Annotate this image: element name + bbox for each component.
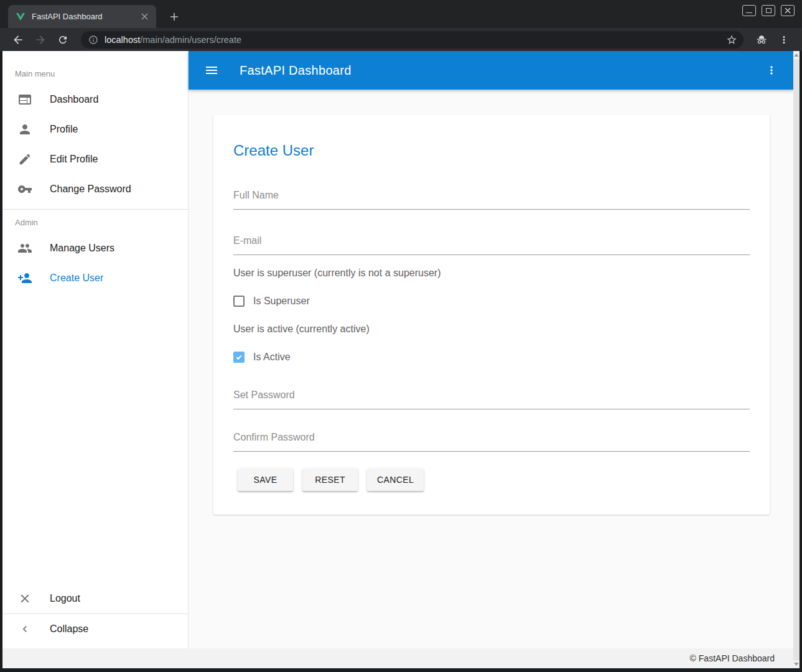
active-checkbox-label: Is Active bbox=[253, 352, 291, 363]
minimize-button[interactable] bbox=[742, 5, 756, 16]
sidebar-item-label: Logout bbox=[50, 593, 80, 604]
tab-title: FastAPI Dashboard bbox=[32, 12, 139, 21]
window-frame-bottom bbox=[0, 668, 802, 672]
key-icon bbox=[17, 182, 32, 197]
sidebar-item-manage-users[interactable]: Manage Users bbox=[2, 233, 188, 263]
sidebar-item-change-password[interactable]: Change Password bbox=[2, 174, 188, 204]
page-title: Create User bbox=[233, 141, 750, 161]
sidebar-item-label: Manage Users bbox=[50, 243, 114, 254]
cancel-button[interactable]: CANCEL bbox=[367, 469, 424, 491]
scrollbar-thumb[interactable] bbox=[793, 59, 800, 660]
browser-menu-icon[interactable] bbox=[775, 30, 793, 49]
main-area: FastAPI Dashboard Create User User is su… bbox=[189, 51, 793, 648]
close-button[interactable] bbox=[781, 5, 795, 16]
logout-x-icon bbox=[17, 591, 32, 606]
sidebar-item-label: Edit Profile bbox=[50, 154, 98, 165]
sidebar-item-create-user[interactable]: Create User bbox=[2, 263, 188, 293]
sidebar-item-label: Create User bbox=[50, 273, 103, 284]
chevron-left-icon bbox=[17, 622, 32, 637]
sidebar-item-profile[interactable]: Profile bbox=[2, 114, 188, 144]
superuser-checkbox-label: Is Superuser bbox=[253, 296, 310, 307]
sidebar-item-dashboard[interactable]: Dashboard bbox=[2, 85, 188, 114]
scrollbar-up-icon[interactable] bbox=[794, 54, 799, 57]
form-buttons: SAVE RESET CANCEL bbox=[233, 469, 750, 491]
reload-icon[interactable] bbox=[54, 30, 72, 49]
bookmark-star-icon[interactable] bbox=[726, 34, 737, 45]
superuser-hint: User is superuser (currently is not a su… bbox=[233, 266, 750, 280]
copyright-text: © FastAPI Dashboard bbox=[690, 653, 775, 663]
sidebar-section-main-menu: Main menu bbox=[2, 63, 188, 85]
url-host: localhost bbox=[105, 35, 140, 45]
scrollbar-down-icon[interactable] bbox=[794, 663, 799, 666]
sidebar-item-edit-profile[interactable]: Edit Profile bbox=[2, 144, 188, 174]
new-tab-button[interactable] bbox=[166, 8, 183, 26]
sidebar-item-label: Profile bbox=[50, 124, 78, 135]
browser-tab[interactable]: FastAPI Dashboard bbox=[8, 5, 156, 28]
browser-titlebar: FastAPI Dashboard bbox=[0, 0, 802, 28]
sidebar: Main menu Dashboard Profile bbox=[2, 51, 189, 648]
vue-favicon-icon bbox=[16, 12, 26, 22]
back-icon[interactable] bbox=[9, 30, 27, 49]
tab-close-icon[interactable] bbox=[139, 11, 150, 22]
people-icon bbox=[17, 241, 32, 256]
dashboard-icon bbox=[17, 92, 32, 107]
sidebar-item-logout[interactable]: Logout bbox=[2, 584, 188, 614]
sidebar-section-admin: Admin bbox=[2, 212, 188, 233]
incognito-icon bbox=[752, 30, 771, 49]
browser-toolbar: localhost/main/admin/users/create bbox=[0, 28, 802, 51]
create-user-card: Create User User is superuser (currently… bbox=[213, 114, 770, 515]
active-checkbox-row[interactable]: Is Active bbox=[233, 350, 750, 365]
app-footer: © FastAPI Dashboard bbox=[2, 648, 800, 668]
sidebar-item-label: Change Password bbox=[50, 184, 131, 195]
maximize-button[interactable] bbox=[762, 5, 775, 16]
browser-window: FastAPI Dashboard bbox=[0, 0, 802, 672]
sidebar-divider bbox=[2, 209, 188, 210]
sidebar-item-label: Dashboard bbox=[50, 94, 98, 105]
app-header: FastAPI Dashboard bbox=[189, 51, 793, 90]
forward-icon[interactable] bbox=[31, 30, 50, 49]
sidebar-spacer bbox=[2, 293, 188, 584]
person-icon bbox=[17, 122, 32, 137]
set-password-input[interactable] bbox=[233, 381, 750, 409]
pencil-icon bbox=[17, 152, 32, 167]
app-title: FastAPI Dashboard bbox=[240, 63, 762, 78]
url-path: /main/admin/users/create bbox=[140, 35, 241, 45]
page-scrollbar[interactable] bbox=[793, 51, 800, 668]
active-hint: User is active (currently active) bbox=[233, 322, 750, 336]
reset-button[interactable]: RESET bbox=[302, 469, 358, 491]
superuser-checkbox[interactable] bbox=[233, 296, 245, 307]
window-controls bbox=[742, 5, 795, 16]
full-name-input[interactable] bbox=[233, 182, 750, 210]
confirm-password-input[interactable] bbox=[233, 424, 750, 452]
hamburger-menu-icon[interactable] bbox=[202, 61, 221, 80]
superuser-checkbox-row[interactable]: Is Superuser bbox=[233, 294, 750, 309]
person-add-icon bbox=[17, 271, 32, 286]
url-text[interactable]: localhost/main/admin/users/create bbox=[105, 35, 726, 45]
email-input[interactable] bbox=[233, 227, 750, 255]
address-bar[interactable]: localhost/main/admin/users/create bbox=[81, 31, 744, 49]
sidebar-item-label: Collapse bbox=[50, 623, 88, 635]
save-button[interactable]: SAVE bbox=[238, 469, 293, 491]
active-checkbox[interactable] bbox=[233, 352, 245, 363]
sidebar-item-collapse[interactable]: Collapse bbox=[2, 614, 188, 644]
page-info-icon[interactable] bbox=[88, 35, 98, 45]
app-menu-dots-icon[interactable] bbox=[762, 61, 781, 80]
